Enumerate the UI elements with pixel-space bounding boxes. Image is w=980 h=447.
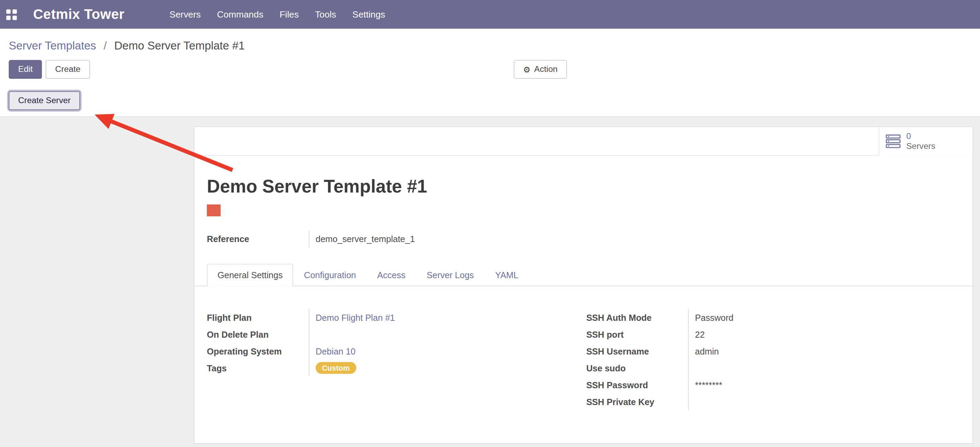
form-sheet: 0 Servers Demo Server Template #1 Refere… (194, 126, 973, 444)
tab-configuration[interactable]: Configuration (293, 264, 367, 286)
reference-row: Reference demo_server_template_1 (207, 230, 544, 247)
field-row-ssh-private-key: SSH Private Key (586, 393, 919, 410)
field-row-operating-system: Operating System Debian 10 (207, 342, 544, 359)
field-row-ssh-username: SSH Username admin (586, 342, 919, 359)
nav-menu-commands[interactable]: Commands (217, 9, 264, 19)
field-group-right: SSH Auth Mode Password SSH port 22 SSH U… (586, 309, 919, 410)
gear-icon: ⚙︎ (523, 65, 530, 73)
breadcrumb-separator: / (103, 40, 107, 52)
notebook-tabs: General Settings Configuration Access Se… (194, 264, 973, 286)
breadcrumb-current: Demo Server Template #1 (114, 40, 245, 52)
reference-value: demo_server_template_1 (309, 230, 545, 247)
use-sudo-label: Use sudo (586, 363, 688, 373)
use-sudo-value (688, 359, 920, 376)
operating-system-link[interactable]: Debian 10 (316, 346, 356, 356)
ssh-private-key-label: SSH Private Key (586, 397, 688, 407)
ssh-username-value: admin (688, 342, 920, 359)
ssh-auth-mode-label: SSH Auth Mode (586, 312, 688, 322)
field-row-ssh-port: SSH port 22 (586, 326, 919, 342)
nav-menu-tools[interactable]: Tools (315, 9, 336, 19)
content-area: 0 Servers Demo Server Template #1 Refere… (0, 117, 980, 447)
stat-count: 0 (906, 131, 935, 141)
field-row-tags: Tags Custom (207, 359, 544, 376)
control-panel: Server Templates / Demo Server Template … (0, 29, 980, 117)
tags-label: Tags (207, 363, 309, 373)
server-icon (886, 134, 900, 148)
stat-button-bar: 0 Servers (194, 127, 973, 156)
breadcrumb-server-templates[interactable]: Server Templates (9, 40, 96, 52)
breadcrumb: Server Templates / Demo Server Template … (9, 39, 971, 53)
ssh-password-label: SSH Password (586, 380, 688, 390)
action-button[interactable]: ⚙︎ Action (514, 60, 567, 79)
field-row-ssh-password: SSH Password ******** (586, 377, 919, 393)
field-row-flight-plan: Flight Plan Demo Flight Plan #1 (207, 309, 544, 326)
top-navbar: Cetmix Tower Servers Commands Files Tool… (0, 0, 980, 29)
field-row-ssh-auth-mode: SSH Auth Mode Password (586, 309, 919, 326)
operating-system-label: Operating System (207, 346, 309, 356)
button-row: Edit Create ⚙︎ Action (9, 60, 971, 79)
color-swatch (207, 204, 221, 217)
field-row-on-delete-plan: On Delete Plan (207, 326, 544, 342)
nav-menu-files[interactable]: Files (280, 9, 299, 19)
record-title: Demo Server Template #1 (207, 176, 972, 196)
ssh-port-value: 22 (688, 326, 920, 342)
create-server-row: Create Server (9, 91, 971, 112)
servers-stat-button[interactable]: 0 Servers (879, 127, 972, 156)
ssh-port-label: SSH port (586, 329, 688, 339)
ssh-auth-mode-value: Password (688, 309, 920, 326)
create-server-button[interactable]: Create Server (9, 91, 80, 110)
field-group-left: Flight Plan Demo Flight Plan #1 On Delet… (207, 309, 544, 410)
nav-menu-servers[interactable]: Servers (169, 9, 200, 19)
stat-label: Servers (906, 141, 935, 151)
ssh-username-label: SSH Username (586, 346, 688, 356)
tab-access[interactable]: Access (367, 264, 416, 286)
tab-server-logs[interactable]: Server Logs (416, 264, 485, 286)
create-button[interactable]: Create (46, 60, 90, 79)
on-delete-plan-value (309, 326, 545, 342)
app-window: Cetmix Tower Servers Commands Files Tool… (0, 0, 980, 447)
form-fields: Flight Plan Demo Flight Plan #1 On Delet… (207, 309, 972, 410)
on-delete-plan-label: On Delete Plan (207, 329, 309, 339)
tag-badge: Custom (316, 362, 356, 374)
flight-plan-label: Flight Plan (207, 312, 309, 322)
app-brand: Cetmix Tower (33, 6, 124, 22)
screenshot-viewport: Cetmix Tower Servers Commands Files Tool… (0, 0, 980, 447)
sheet-body: Demo Server Template #1 Reference demo_s… (194, 156, 973, 410)
nav-menu-settings[interactable]: Settings (353, 9, 385, 19)
edit-button[interactable]: Edit (9, 60, 42, 79)
ssh-private-key-value (688, 393, 920, 410)
flight-plan-link[interactable]: Demo Flight Plan #1 (316, 312, 395, 322)
tab-general-settings[interactable]: General Settings (207, 264, 293, 286)
main-menu: Servers Commands Files Tools Settings (169, 9, 385, 19)
field-row-use-sudo: Use sudo (586, 359, 919, 376)
ssh-password-value: ******** (688, 377, 920, 393)
reference-label: Reference (207, 234, 309, 244)
tab-yaml[interactable]: YAML (485, 264, 529, 286)
action-button-label: Action (535, 61, 558, 78)
stat-text: 0 Servers (906, 131, 935, 151)
apps-grid-icon[interactable] (6, 9, 17, 19)
